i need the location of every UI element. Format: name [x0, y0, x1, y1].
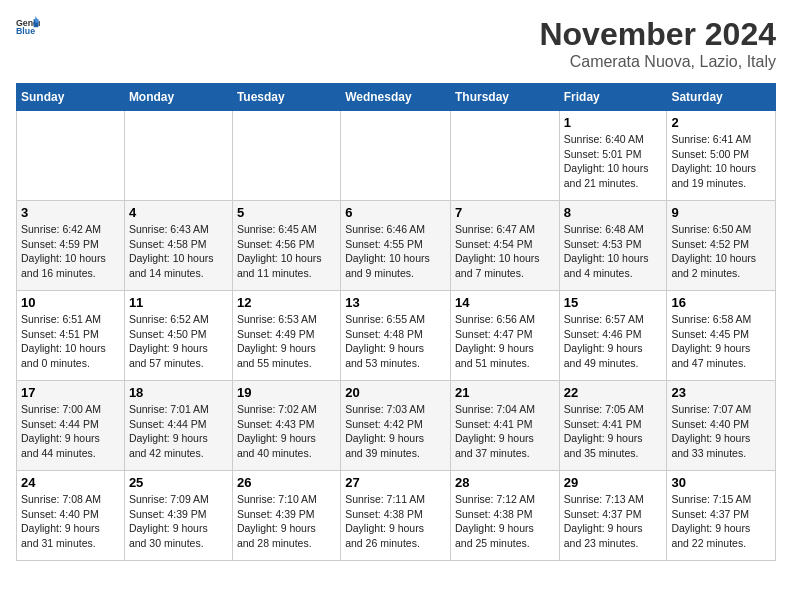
- week-row-3: 10Sunrise: 6:51 AM Sunset: 4:51 PM Dayli…: [17, 291, 776, 381]
- calendar-cell: 15Sunrise: 6:57 AM Sunset: 4:46 PM Dayli…: [559, 291, 667, 381]
- day-number: 6: [345, 205, 446, 220]
- week-row-2: 3Sunrise: 6:42 AM Sunset: 4:59 PM Daylig…: [17, 201, 776, 291]
- day-info: Sunrise: 6:41 AM Sunset: 5:00 PM Dayligh…: [671, 132, 771, 191]
- day-info: Sunrise: 6:52 AM Sunset: 4:50 PM Dayligh…: [129, 312, 228, 371]
- day-info: Sunrise: 7:15 AM Sunset: 4:37 PM Dayligh…: [671, 492, 771, 551]
- day-info: Sunrise: 6:53 AM Sunset: 4:49 PM Dayligh…: [237, 312, 336, 371]
- day-info: Sunrise: 7:05 AM Sunset: 4:41 PM Dayligh…: [564, 402, 663, 461]
- day-number: 19: [237, 385, 336, 400]
- day-number: 9: [671, 205, 771, 220]
- day-info: Sunrise: 6:56 AM Sunset: 4:47 PM Dayligh…: [455, 312, 555, 371]
- calendar-cell: 25Sunrise: 7:09 AM Sunset: 4:39 PM Dayli…: [124, 471, 232, 561]
- calendar-cell: 13Sunrise: 6:55 AM Sunset: 4:48 PM Dayli…: [341, 291, 451, 381]
- day-number: 15: [564, 295, 663, 310]
- calendar-cell: 23Sunrise: 7:07 AM Sunset: 4:40 PM Dayli…: [667, 381, 776, 471]
- day-number: 24: [21, 475, 120, 490]
- weekday-header-saturday: Saturday: [667, 84, 776, 111]
- day-info: Sunrise: 6:51 AM Sunset: 4:51 PM Dayligh…: [21, 312, 120, 371]
- calendar-cell: 19Sunrise: 7:02 AM Sunset: 4:43 PM Dayli…: [232, 381, 340, 471]
- logo: General Blue: [16, 16, 40, 36]
- calendar-cell: 26Sunrise: 7:10 AM Sunset: 4:39 PM Dayli…: [232, 471, 340, 561]
- day-info: Sunrise: 6:55 AM Sunset: 4:48 PM Dayligh…: [345, 312, 446, 371]
- calendar-cell: 9Sunrise: 6:50 AM Sunset: 4:52 PM Daylig…: [667, 201, 776, 291]
- logo-icon: General Blue: [16, 16, 40, 36]
- day-number: 10: [21, 295, 120, 310]
- day-number: 30: [671, 475, 771, 490]
- day-info: Sunrise: 7:00 AM Sunset: 4:44 PM Dayligh…: [21, 402, 120, 461]
- calendar-cell: 30Sunrise: 7:15 AM Sunset: 4:37 PM Dayli…: [667, 471, 776, 561]
- calendar-cell: 20Sunrise: 7:03 AM Sunset: 4:42 PM Dayli…: [341, 381, 451, 471]
- day-info: Sunrise: 6:50 AM Sunset: 4:52 PM Dayligh…: [671, 222, 771, 281]
- day-number: 5: [237, 205, 336, 220]
- calendar-cell: 29Sunrise: 7:13 AM Sunset: 4:37 PM Dayli…: [559, 471, 667, 561]
- day-number: 16: [671, 295, 771, 310]
- day-info: Sunrise: 7:09 AM Sunset: 4:39 PM Dayligh…: [129, 492, 228, 551]
- day-info: Sunrise: 7:12 AM Sunset: 4:38 PM Dayligh…: [455, 492, 555, 551]
- svg-text:Blue: Blue: [16, 26, 35, 36]
- day-info: Sunrise: 6:43 AM Sunset: 4:58 PM Dayligh…: [129, 222, 228, 281]
- weekday-header-friday: Friday: [559, 84, 667, 111]
- day-number: 7: [455, 205, 555, 220]
- month-title: November 2024: [539, 16, 776, 53]
- weekday-header-wednesday: Wednesday: [341, 84, 451, 111]
- day-info: Sunrise: 7:08 AM Sunset: 4:40 PM Dayligh…: [21, 492, 120, 551]
- day-number: 28: [455, 475, 555, 490]
- day-number: 3: [21, 205, 120, 220]
- calendar-cell: 18Sunrise: 7:01 AM Sunset: 4:44 PM Dayli…: [124, 381, 232, 471]
- calendar-cell: 22Sunrise: 7:05 AM Sunset: 4:41 PM Dayli…: [559, 381, 667, 471]
- day-number: 13: [345, 295, 446, 310]
- day-info: Sunrise: 6:45 AM Sunset: 4:56 PM Dayligh…: [237, 222, 336, 281]
- page-header: General Blue November 2024 Camerata Nuov…: [16, 16, 776, 71]
- day-number: 11: [129, 295, 228, 310]
- day-info: Sunrise: 7:04 AM Sunset: 4:41 PM Dayligh…: [455, 402, 555, 461]
- day-info: Sunrise: 7:11 AM Sunset: 4:38 PM Dayligh…: [345, 492, 446, 551]
- day-number: 4: [129, 205, 228, 220]
- day-info: Sunrise: 6:46 AM Sunset: 4:55 PM Dayligh…: [345, 222, 446, 281]
- day-number: 14: [455, 295, 555, 310]
- weekday-header-tuesday: Tuesday: [232, 84, 340, 111]
- day-number: 12: [237, 295, 336, 310]
- calendar-cell: 5Sunrise: 6:45 AM Sunset: 4:56 PM Daylig…: [232, 201, 340, 291]
- calendar-cell: [450, 111, 559, 201]
- calendar-cell: 3Sunrise: 6:42 AM Sunset: 4:59 PM Daylig…: [17, 201, 125, 291]
- day-info: Sunrise: 7:10 AM Sunset: 4:39 PM Dayligh…: [237, 492, 336, 551]
- weekday-header-sunday: Sunday: [17, 84, 125, 111]
- day-number: 27: [345, 475, 446, 490]
- day-info: Sunrise: 7:13 AM Sunset: 4:37 PM Dayligh…: [564, 492, 663, 551]
- day-number: 2: [671, 115, 771, 130]
- day-number: 23: [671, 385, 771, 400]
- day-info: Sunrise: 6:47 AM Sunset: 4:54 PM Dayligh…: [455, 222, 555, 281]
- calendar-cell: 2Sunrise: 6:41 AM Sunset: 5:00 PM Daylig…: [667, 111, 776, 201]
- day-number: 22: [564, 385, 663, 400]
- day-info: Sunrise: 6:57 AM Sunset: 4:46 PM Dayligh…: [564, 312, 663, 371]
- weekday-header-monday: Monday: [124, 84, 232, 111]
- calendar-cell: [17, 111, 125, 201]
- calendar-cell: 24Sunrise: 7:08 AM Sunset: 4:40 PM Dayli…: [17, 471, 125, 561]
- calendar-cell: 6Sunrise: 6:46 AM Sunset: 4:55 PM Daylig…: [341, 201, 451, 291]
- weekday-header-thursday: Thursday: [450, 84, 559, 111]
- calendar-cell: 8Sunrise: 6:48 AM Sunset: 4:53 PM Daylig…: [559, 201, 667, 291]
- calendar-cell: 10Sunrise: 6:51 AM Sunset: 4:51 PM Dayli…: [17, 291, 125, 381]
- calendar-header: SundayMondayTuesdayWednesdayThursdayFrid…: [17, 84, 776, 111]
- calendar-cell: 28Sunrise: 7:12 AM Sunset: 4:38 PM Dayli…: [450, 471, 559, 561]
- calendar-cell: [124, 111, 232, 201]
- day-number: 1: [564, 115, 663, 130]
- location-title: Camerata Nuova, Lazio, Italy: [539, 53, 776, 71]
- calendar-cell: [341, 111, 451, 201]
- week-row-1: 1Sunrise: 6:40 AM Sunset: 5:01 PM Daylig…: [17, 111, 776, 201]
- day-number: 21: [455, 385, 555, 400]
- calendar-cell: 16Sunrise: 6:58 AM Sunset: 4:45 PM Dayli…: [667, 291, 776, 381]
- calendar-cell: 21Sunrise: 7:04 AM Sunset: 4:41 PM Dayli…: [450, 381, 559, 471]
- weekday-row: SundayMondayTuesdayWednesdayThursdayFrid…: [17, 84, 776, 111]
- title-area: November 2024 Camerata Nuova, Lazio, Ita…: [539, 16, 776, 71]
- calendar-cell: 4Sunrise: 6:43 AM Sunset: 4:58 PM Daylig…: [124, 201, 232, 291]
- day-number: 26: [237, 475, 336, 490]
- day-info: Sunrise: 7:03 AM Sunset: 4:42 PM Dayligh…: [345, 402, 446, 461]
- day-info: Sunrise: 7:07 AM Sunset: 4:40 PM Dayligh…: [671, 402, 771, 461]
- day-number: 25: [129, 475, 228, 490]
- calendar-body: 1Sunrise: 6:40 AM Sunset: 5:01 PM Daylig…: [17, 111, 776, 561]
- calendar-cell: [232, 111, 340, 201]
- calendar-cell: 17Sunrise: 7:00 AM Sunset: 4:44 PM Dayli…: [17, 381, 125, 471]
- day-number: 17: [21, 385, 120, 400]
- day-number: 18: [129, 385, 228, 400]
